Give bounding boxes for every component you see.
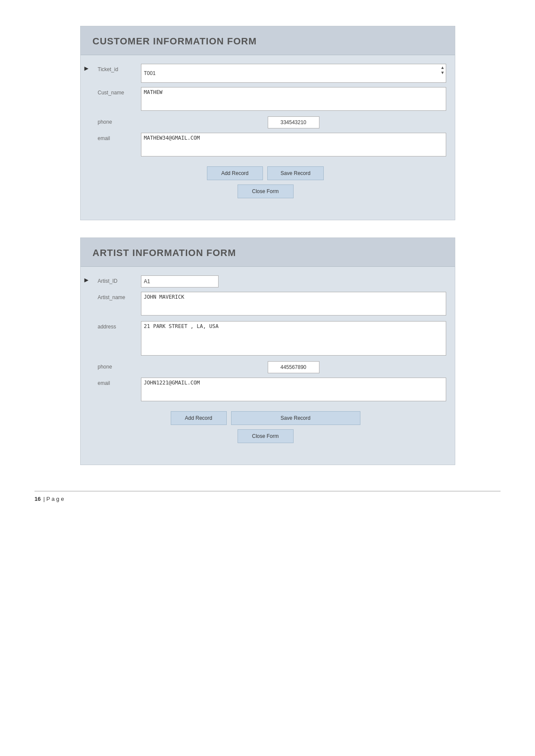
artist-address-input-wrap — [141, 321, 446, 357]
artist-form-header: ARTIST INFORMATION FORM — [81, 238, 455, 267]
customer-form-header: CUSTOMER INFORMATION FORM — [81, 26, 455, 55]
cust-name-label: Cust_name — [98, 87, 141, 96]
customer-button-row: Add Record Save Record — [85, 166, 446, 180]
customer-email-row: email — [98, 133, 446, 158]
artist-form-fields: Artist_ID Artist_name address — [98, 275, 446, 403]
cust-name-input-wrap — [141, 87, 446, 112]
artist-form-title: ARTIST INFORMATION FORM — [93, 247, 443, 259]
ticket-id-input[interactable] — [141, 64, 446, 83]
nav-arrow-icon[interactable]: ► — [83, 65, 90, 72]
artist-phone-row: phone — [98, 361, 446, 373]
artist-id-row: Artist_ID — [98, 275, 446, 287]
artist-button-row: Add Record Save Record — [85, 411, 446, 425]
artist-id-input[interactable] — [141, 275, 219, 287]
artist-save-record-button[interactable]: Save Record — [231, 411, 360, 425]
customer-phone-row: phone — [98, 116, 446, 128]
footer-text: 16 | P a g e — [34, 496, 501, 502]
artist-close-form-button[interactable]: Close Form — [238, 429, 294, 443]
customer-close-row: Close Form — [85, 184, 446, 198]
artist-name-label: Artist_name — [98, 292, 141, 300]
artist-email-input[interactable] — [141, 378, 446, 401]
artist-email-input-wrap — [141, 378, 446, 403]
artist-add-record-button[interactable]: Add Record — [171, 411, 227, 425]
artist-phone-input[interactable] — [268, 361, 319, 373]
customer-form: CUSTOMER INFORMATION FORM ► Ticket_id ▲ … — [80, 26, 455, 220]
artist-nav-arrow-icon[interactable]: ► — [83, 276, 90, 284]
artist-id-input-wrap — [141, 275, 446, 287]
artist-address-row: address — [98, 321, 446, 357]
artist-phone-input-wrap — [141, 361, 446, 373]
scroll-up-icon[interactable]: ▲ — [441, 66, 445, 70]
cust-name-row: Cust_name — [98, 87, 446, 112]
customer-phone-input[interactable] — [268, 116, 319, 128]
ticket-id-input-wrap: ▲ ▼ — [141, 64, 446, 83]
page-footer: 16 | P a g e — [34, 491, 501, 502]
scroll-arrows: ▲ ▼ — [441, 66, 445, 75]
customer-close-form-button[interactable]: Close Form — [238, 184, 294, 198]
artist-name-input-wrap — [141, 292, 446, 317]
customer-form-title: CUSTOMER INFORMATION FORM — [93, 36, 443, 47]
artist-close-row: Close Form — [85, 429, 446, 443]
artist-phone-label: phone — [98, 361, 141, 370]
cust-name-input[interactable] — [141, 87, 446, 111]
artist-address-input[interactable] — [141, 321, 446, 356]
artist-address-label: address — [98, 321, 141, 330]
customer-email-input[interactable] — [141, 133, 446, 156]
customer-save-record-button[interactable]: Save Record — [267, 166, 324, 180]
scroll-down-icon[interactable]: ▼ — [441, 71, 445, 75]
artist-id-label: Artist_ID — [98, 275, 141, 284]
customer-phone-label: phone — [98, 116, 141, 125]
footer-page-label: | P a g e — [43, 496, 64, 502]
artist-email-row: email — [98, 378, 446, 403]
customer-form-body: ► Ticket_id ▲ ▼ Cust_name — [81, 55, 455, 207]
customer-add-record-button[interactable]: Add Record — [207, 166, 263, 180]
customer-phone-input-wrap — [141, 116, 446, 128]
artist-form-body: ► Artist_ID Artist_name — [81, 267, 455, 452]
artist-name-input[interactable] — [141, 292, 446, 316]
customer-email-input-wrap — [141, 133, 446, 158]
artist-form: ARTIST INFORMATION FORM ► Artist_ID Arti… — [80, 237, 455, 465]
artist-email-label: email — [98, 378, 141, 386]
ticket-id-label: Ticket_id — [98, 64, 141, 72]
customer-email-label: email — [98, 133, 141, 141]
customer-form-fields: Ticket_id ▲ ▼ Cust_name — [98, 64, 446, 158]
footer-page-number: 16 — [34, 496, 41, 502]
artist-name-row: Artist_name — [98, 292, 446, 317]
ticket-id-row: Ticket_id ▲ ▼ — [98, 64, 446, 83]
